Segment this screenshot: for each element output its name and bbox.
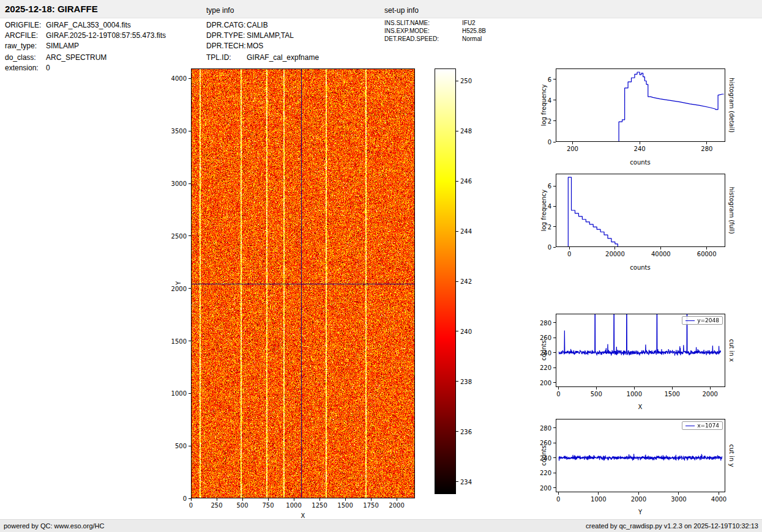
tick-mark bbox=[189, 183, 191, 184]
tick-label: 2000 bbox=[389, 502, 404, 509]
hist-full-y-axis-label: log frequency bbox=[540, 190, 547, 232]
tick-mark bbox=[634, 387, 635, 390]
tick-mark bbox=[456, 481, 458, 482]
type-info-heading: type info bbox=[206, 6, 234, 15]
tick-mark bbox=[456, 231, 458, 232]
tick-mark bbox=[189, 498, 191, 499]
image-y-axis-label: Y bbox=[175, 281, 182, 285]
tick-label: 200 bbox=[567, 146, 578, 152]
tick-mark bbox=[371, 498, 372, 501]
legend-cut-in-x: y=2048 bbox=[682, 316, 723, 325]
tick-mark bbox=[719, 492, 719, 495]
tick-mark bbox=[294, 498, 294, 501]
tick-label: 750 bbox=[262, 502, 274, 509]
tick-label: 240 bbox=[540, 454, 551, 461]
cut-in-x-axes: y=2048 bbox=[556, 314, 725, 387]
info-row: DPR.TECH:MOS bbox=[206, 41, 319, 51]
tick-mark bbox=[456, 81, 458, 81]
info-label: INS.SLIT.NAME: bbox=[384, 19, 462, 27]
tick-label: 40000 bbox=[651, 251, 671, 257]
tick-label: 246 bbox=[460, 178, 472, 185]
info-row: DPR.CATG:CALIB bbox=[206, 20, 319, 31]
info-row: DPR.TYPE:SIMLAMP,TAL bbox=[206, 31, 319, 41]
info-label: DET.READ.SPEED: bbox=[384, 35, 462, 43]
info-value: ARC_SPECTRUM bbox=[46, 53, 106, 63]
tick-label: 250 bbox=[460, 78, 472, 84]
info-value: H525.8B bbox=[462, 27, 486, 35]
info-label: raw_type: bbox=[5, 41, 46, 51]
tick-mark bbox=[189, 341, 191, 341]
tick-label: 500 bbox=[236, 502, 248, 509]
legend-label: x=1074 bbox=[697, 423, 719, 429]
footer-bar: powered by QC: www.eso.org/HC created by… bbox=[0, 519, 762, 532]
legend-line-sample bbox=[685, 426, 695, 426]
tick-label: 3000 bbox=[671, 496, 686, 503]
tick-mark bbox=[553, 322, 556, 323]
info-row: extension:0 bbox=[5, 63, 166, 73]
info-value: MOS bbox=[247, 41, 263, 51]
tick-label: 4000 bbox=[171, 75, 187, 82]
tick-label: 1000 bbox=[286, 502, 301, 509]
tick-label: 1000 bbox=[171, 390, 187, 397]
tick-mark bbox=[553, 247, 556, 248]
tick-mark bbox=[706, 247, 707, 249]
tick-label: 2000 bbox=[631, 496, 646, 503]
tick-label: 1250 bbox=[312, 502, 327, 509]
tick-label: 242 bbox=[460, 278, 472, 285]
tick-mark bbox=[710, 387, 711, 390]
tick-label: 2 bbox=[548, 223, 551, 230]
tick-mark bbox=[191, 498, 192, 501]
tick-label: 1500 bbox=[171, 338, 187, 344]
info-value: Normal bbox=[462, 35, 482, 43]
tick-mark bbox=[268, 498, 269, 501]
cut-y-x-axis-label: Y bbox=[638, 509, 642, 515]
tick-label: 0 bbox=[189, 502, 193, 509]
detector-image-canvas bbox=[192, 69, 414, 498]
tick-mark bbox=[553, 368, 556, 368]
tick-mark bbox=[189, 393, 191, 394]
legend-label: y=2048 bbox=[697, 317, 719, 323]
tick-mark bbox=[345, 498, 346, 501]
tick-mark bbox=[553, 206, 556, 207]
tick-label: 234 bbox=[460, 478, 472, 485]
histogram-full-canvas bbox=[556, 174, 725, 246]
tick-mark bbox=[572, 142, 573, 144]
tick-label: 2000 bbox=[702, 391, 717, 397]
histogram-detail-canvas bbox=[556, 69, 725, 141]
tick-label: 0 bbox=[556, 391, 560, 397]
tick-label: 236 bbox=[460, 428, 472, 435]
tick-mark bbox=[319, 498, 320, 501]
tick-label: 280 bbox=[701, 146, 712, 152]
tick-mark bbox=[553, 100, 556, 100]
tick-label: 1500 bbox=[665, 391, 680, 397]
tick-label: 280 bbox=[540, 424, 551, 431]
tick-label: 220 bbox=[540, 470, 551, 476]
tick-mark bbox=[456, 331, 458, 331]
hist-detail-y-axis-label: log frequency bbox=[540, 84, 547, 127]
info-row: ORIGFILE:GIRAF_CAL353_0004.fits bbox=[5, 20, 166, 31]
legend-cut-in-y: x=1074 bbox=[682, 421, 723, 430]
file-info-block: ORIGFILE:GIRAF_CAL353_0004.fits ARCFILE:… bbox=[5, 20, 166, 73]
info-value: 0 bbox=[46, 63, 50, 73]
tick-mark bbox=[598, 492, 599, 495]
tick-label: 238 bbox=[460, 378, 472, 385]
tick-label: 0 bbox=[556, 496, 560, 503]
footer-right-text: created by qc_rawdisp.py v1.2.3 on 2025-… bbox=[586, 522, 758, 530]
tick-label: 4 bbox=[548, 97, 551, 103]
tick-label: 500 bbox=[175, 443, 187, 449]
colorbar-canvas bbox=[435, 69, 455, 493]
tick-mark bbox=[189, 78, 191, 79]
hist-full-x-axis-label: counts bbox=[630, 264, 650, 271]
header-bar: 2025-12-18: GIRAFFE type info set-up inf… bbox=[0, 0, 762, 18]
info-value: GIRAF_cal_expfname bbox=[247, 53, 319, 63]
setup-info-heading: set-up info bbox=[384, 6, 419, 15]
info-value: GIRAF.2025-12-19T08:57:55.473.fits bbox=[46, 31, 166, 41]
tick-mark bbox=[596, 387, 597, 390]
tick-mark bbox=[558, 387, 559, 390]
info-label: DPR.CATG: bbox=[206, 20, 247, 31]
tick-label: 200 bbox=[540, 484, 551, 491]
tick-mark bbox=[553, 427, 556, 428]
tick-mark bbox=[569, 247, 570, 249]
type-info-block: DPR.CATG:CALIB DPR.TYPE:SIMLAMP,TAL DPR.… bbox=[206, 20, 319, 63]
tick-label: 60000 bbox=[697, 251, 717, 257]
